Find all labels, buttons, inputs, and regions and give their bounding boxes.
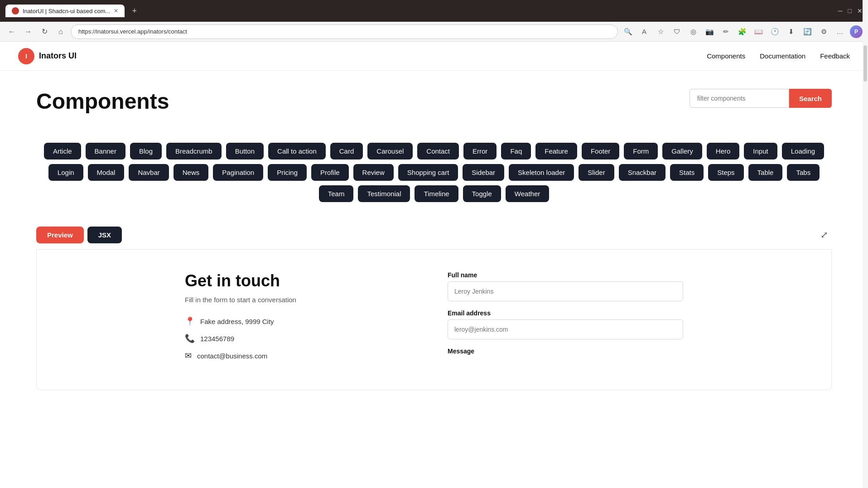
- tag-form[interactable]: Form: [624, 143, 658, 159]
- jsx-tab[interactable]: JSX: [87, 227, 122, 243]
- tag-table[interactable]: Table: [748, 164, 783, 181]
- extension-icon[interactable]: 🧩: [736, 25, 748, 38]
- browser-icon[interactable]: ◎: [687, 25, 699, 38]
- sync-icon[interactable]: 🔄: [801, 25, 814, 38]
- tag-tabs[interactable]: Tabs: [787, 164, 820, 181]
- tag-testimonial[interactable]: Testimonial: [358, 185, 410, 202]
- tag-loading[interactable]: Loading: [782, 143, 824, 159]
- home-button[interactable]: ⌂: [54, 25, 67, 38]
- search-button[interactable]: Search: [789, 89, 832, 108]
- tag-contact[interactable]: Contact: [417, 143, 459, 159]
- tag-login[interactable]: Login: [48, 164, 83, 181]
- tag-shopping-cart[interactable]: Shopping cart: [398, 164, 458, 181]
- logo-text: I: [25, 53, 27, 60]
- profile-avatar[interactable]: P: [850, 25, 863, 38]
- email-input[interactable]: [448, 319, 683, 339]
- tag-footer[interactable]: Footer: [582, 143, 619, 159]
- tag-feature[interactable]: Feature: [535, 143, 577, 159]
- tag-weather[interactable]: Weather: [506, 185, 549, 202]
- tag-sidebar[interactable]: Sidebar: [463, 164, 504, 181]
- preview-tab[interactable]: Preview: [36, 227, 84, 243]
- close-button[interactable]: ✕: [857, 7, 863, 14]
- tab-close-button[interactable]: ✕: [114, 8, 118, 14]
- back-button[interactable]: ←: [5, 25, 18, 38]
- tag-modal[interactable]: Modal: [88, 164, 125, 181]
- tag-card[interactable]: Card: [330, 143, 363, 159]
- bookmark-icon[interactable]: ☆: [654, 25, 667, 38]
- tabs-row: Preview JSX ⤢: [36, 220, 832, 249]
- search-icon[interactable]: 🔍: [622, 25, 634, 38]
- expand-icon[interactable]: ⤢: [817, 226, 832, 244]
- contact-phone: 📞 123456789: [185, 333, 420, 343]
- logo-icon: I: [18, 48, 34, 64]
- tag-faq[interactable]: Faq: [501, 143, 531, 159]
- tags-container: ArticleBannerBlogBreadcrumbButtonCall to…: [36, 143, 832, 202]
- tag-stats[interactable]: Stats: [670, 164, 704, 181]
- tag-review[interactable]: Review: [353, 164, 394, 181]
- maximize-button[interactable]: □: [848, 7, 852, 14]
- email-label: Email address: [448, 309, 683, 317]
- contact-address: 📍 Fake address, 9999 City: [185, 316, 420, 326]
- tag-blog[interactable]: Blog: [130, 143, 162, 159]
- nav-feedback[interactable]: Feedback: [820, 52, 850, 60]
- tag-navbar[interactable]: Navbar: [129, 164, 169, 181]
- history-icon[interactable]: 🕐: [768, 25, 781, 38]
- tag-profile[interactable]: Profile: [311, 164, 349, 181]
- contact-left: Get in touch Fill in the form to start a…: [185, 271, 420, 368]
- tag-timeline[interactable]: Timeline: [415, 185, 458, 202]
- search-area: Search: [690, 89, 832, 108]
- full-name-label: Full name: [448, 271, 683, 279]
- page-title: Components: [36, 89, 169, 114]
- phone-text: 123456789: [200, 335, 234, 343]
- phone-icon: 📞: [185, 333, 195, 343]
- edit-icon[interactable]: ✏: [719, 25, 732, 38]
- email-icon: ✉: [185, 351, 192, 361]
- reader-icon[interactable]: 📖: [752, 25, 765, 38]
- shield-icon[interactable]: 🛡: [670, 25, 683, 38]
- tag-skeleton-loader[interactable]: Skeleton loader: [509, 164, 574, 181]
- reload-button[interactable]: ↻: [38, 25, 51, 38]
- tag-carousel[interactable]: Carousel: [367, 143, 413, 159]
- nav-documentation[interactable]: Documentation: [760, 52, 805, 60]
- tag-banner[interactable]: Banner: [86, 143, 125, 159]
- forward-button[interactable]: →: [22, 25, 34, 38]
- settings-icon[interactable]: ⚙: [817, 25, 830, 38]
- view-tabs: Preview JSX: [36, 227, 122, 243]
- tag-steps[interactable]: Steps: [708, 164, 743, 181]
- browser-chrome: InatorUI | Shadcn-ui based com... ✕ + ─ …: [0, 0, 868, 22]
- full-name-input[interactable]: [448, 281, 683, 301]
- header-nav: Components Documentation Feedback: [707, 52, 850, 60]
- tag-pricing[interactable]: Pricing: [268, 164, 307, 181]
- filter-input[interactable]: [690, 89, 789, 108]
- minimize-button[interactable]: ─: [838, 7, 843, 14]
- tag-input[interactable]: Input: [744, 143, 777, 159]
- preview-area: Get in touch Fill in the form to start a…: [36, 249, 832, 390]
- tag-snackbar[interactable]: Snackbar: [619, 164, 665, 181]
- tag-error[interactable]: Error: [463, 143, 497, 159]
- browser-tab[interactable]: InatorUI | Shadcn-ui based com... ✕: [5, 5, 125, 17]
- nav-components[interactable]: Components: [707, 52, 745, 60]
- tag-hero[interactable]: Hero: [707, 143, 740, 159]
- tag-article[interactable]: Article: [44, 143, 81, 159]
- menu-button[interactable]: …: [834, 25, 846, 38]
- download-icon[interactable]: ⬇: [785, 25, 797, 38]
- tab-favicon: [12, 7, 19, 14]
- tag-breadcrumb[interactable]: Breadcrumb: [166, 143, 222, 159]
- tag-slider[interactable]: Slider: [579, 164, 614, 181]
- capture-icon[interactable]: 📷: [703, 25, 716, 38]
- font-icon[interactable]: A: [638, 25, 651, 38]
- url-input[interactable]: [71, 24, 618, 39]
- tab-title: InatorUI | Shadcn-ui based com...: [23, 8, 110, 14]
- tag-gallery[interactable]: Gallery: [662, 143, 702, 159]
- app-header: I Inators UI Components Documentation Fe…: [0, 42, 868, 71]
- tag-button[interactable]: Button: [226, 143, 264, 159]
- contact-form: Full name Email address Message: [448, 271, 683, 368]
- tag-pagination[interactable]: Pagination: [213, 164, 263, 181]
- tag-news[interactable]: News: [174, 164, 209, 181]
- scrollbar[interactable]: [863, 0, 868, 390]
- new-tab-button[interactable]: +: [128, 5, 140, 18]
- tag-call-to-action[interactable]: Call to action: [268, 143, 326, 159]
- tag-toggle[interactable]: Toggle: [463, 185, 501, 202]
- tag-team[interactable]: Team: [319, 185, 354, 202]
- scrollbar-thumb[interactable]: [863, 45, 867, 82]
